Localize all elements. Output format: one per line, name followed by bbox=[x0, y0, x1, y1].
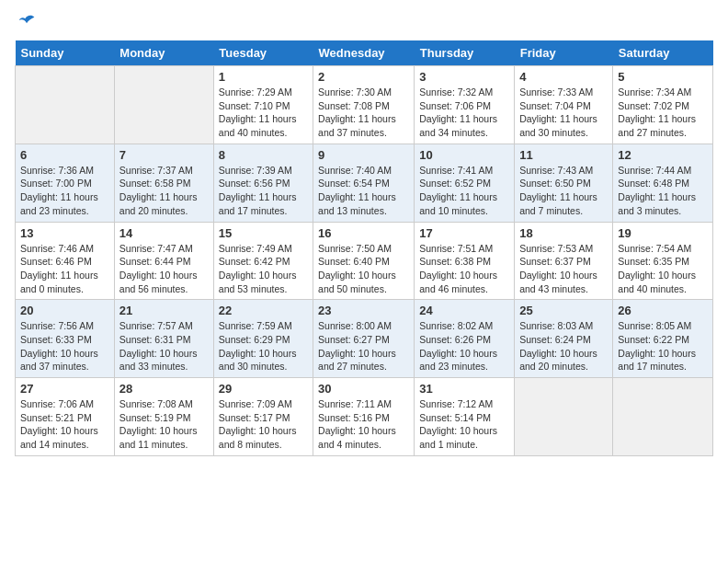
calendar-cell: 29Sunrise: 7:09 AM Sunset: 5:17 PM Dayli… bbox=[213, 378, 313, 456]
day-number: 31 bbox=[419, 382, 509, 396]
calendar-cell: 13Sunrise: 7:46 AM Sunset: 6:46 PM Dayli… bbox=[16, 222, 115, 300]
day-info: Sunrise: 7:37 AM Sunset: 6:58 PM Dayligh… bbox=[119, 165, 198, 216]
day-info: Sunrise: 7:44 AM Sunset: 6:48 PM Dayligh… bbox=[618, 165, 696, 216]
calendar-cell: 22Sunrise: 7:59 AM Sunset: 6:29 PM Dayli… bbox=[213, 300, 313, 378]
day-info: Sunrise: 8:03 AM Sunset: 6:24 PM Dayligh… bbox=[519, 320, 597, 372]
day-header-sunday: Sunday bbox=[16, 40, 115, 66]
day-info: Sunrise: 7:43 AM Sunset: 6:50 PM Dayligh… bbox=[519, 165, 597, 216]
week-row-1: 1Sunrise: 7:29 AM Sunset: 7:10 PM Daylig… bbox=[16, 66, 713, 144]
calendar-cell: 10Sunrise: 7:41 AM Sunset: 6:52 PM Dayli… bbox=[415, 144, 515, 222]
day-number: 15 bbox=[219, 226, 308, 240]
calendar-cell: 12Sunrise: 7:44 AM Sunset: 6:48 PM Dayli… bbox=[613, 144, 713, 222]
calendar-cell: 15Sunrise: 7:49 AM Sunset: 6:42 PM Dayli… bbox=[213, 222, 313, 300]
day-info: Sunrise: 7:57 AM Sunset: 6:31 PM Dayligh… bbox=[119, 320, 198, 372]
calendar-cell: 3Sunrise: 7:32 AM Sunset: 7:06 PM Daylig… bbox=[415, 66, 515, 144]
day-info: Sunrise: 7:30 AM Sunset: 7:08 PM Dayligh… bbox=[318, 86, 396, 138]
day-number: 27 bbox=[20, 382, 109, 396]
day-info: Sunrise: 7:50 AM Sunset: 6:40 PM Dayligh… bbox=[318, 243, 396, 294]
day-number: 22 bbox=[219, 304, 308, 317]
day-number: 21 bbox=[119, 304, 209, 317]
day-header-monday: Monday bbox=[114, 40, 213, 66]
day-number: 6 bbox=[20, 148, 109, 162]
calendar-cell: 24Sunrise: 8:02 AM Sunset: 6:26 PM Dayli… bbox=[415, 300, 515, 378]
day-info: Sunrise: 7:32 AM Sunset: 7:06 PM Dayligh… bbox=[419, 86, 497, 138]
day-number: 14 bbox=[119, 226, 209, 240]
calendar-cell: 16Sunrise: 7:50 AM Sunset: 6:40 PM Dayli… bbox=[313, 222, 415, 300]
calendar-cell: 17Sunrise: 7:51 AM Sunset: 6:38 PM Dayli… bbox=[415, 222, 515, 300]
day-info: Sunrise: 7:49 AM Sunset: 6:42 PM Dayligh… bbox=[219, 243, 297, 294]
day-number: 13 bbox=[20, 226, 109, 240]
day-number: 9 bbox=[318, 148, 409, 162]
calendar-cell: 14Sunrise: 7:47 AM Sunset: 6:44 PM Dayli… bbox=[114, 222, 213, 300]
day-number: 1 bbox=[219, 70, 308, 84]
calendar-cell: 1Sunrise: 7:29 AM Sunset: 7:10 PM Daylig… bbox=[213, 66, 313, 144]
day-info: Sunrise: 7:09 AM Sunset: 5:17 PM Dayligh… bbox=[219, 398, 297, 450]
calendar-cell: 7Sunrise: 7:37 AM Sunset: 6:58 PM Daylig… bbox=[114, 144, 213, 222]
day-number: 30 bbox=[318, 382, 409, 396]
calendar-cell: 5Sunrise: 7:34 AM Sunset: 7:02 PM Daylig… bbox=[613, 66, 713, 144]
day-number: 5 bbox=[618, 70, 708, 84]
day-number: 25 bbox=[519, 304, 608, 317]
day-number: 8 bbox=[219, 148, 308, 162]
calendar-cell: 8Sunrise: 7:39 AM Sunset: 6:56 PM Daylig… bbox=[213, 144, 313, 222]
calendar-cell: 31Sunrise: 7:12 AM Sunset: 5:14 PM Dayli… bbox=[415, 378, 515, 456]
page-header bbox=[15, 15, 713, 29]
calendar-cell: 2Sunrise: 7:30 AM Sunset: 7:08 PM Daylig… bbox=[313, 66, 415, 144]
calendar-cell: 30Sunrise: 7:11 AM Sunset: 5:16 PM Dayli… bbox=[313, 378, 415, 456]
day-header-thursday: Thursday bbox=[415, 40, 515, 66]
day-info: Sunrise: 7:56 AM Sunset: 6:33 PM Dayligh… bbox=[20, 320, 98, 372]
day-header-wednesday: Wednesday bbox=[313, 40, 415, 66]
day-number: 2 bbox=[318, 70, 409, 84]
calendar-cell: 25Sunrise: 8:03 AM Sunset: 6:24 PM Dayli… bbox=[515, 300, 613, 378]
week-row-2: 6Sunrise: 7:36 AM Sunset: 7:00 PM Daylig… bbox=[16, 144, 713, 222]
day-number: 7 bbox=[119, 148, 209, 162]
day-info: Sunrise: 7:33 AM Sunset: 7:04 PM Dayligh… bbox=[519, 86, 597, 138]
day-info: Sunrise: 7:36 AM Sunset: 7:00 PM Dayligh… bbox=[20, 165, 98, 216]
day-info: Sunrise: 7:12 AM Sunset: 5:14 PM Dayligh… bbox=[419, 398, 497, 450]
day-number: 23 bbox=[318, 304, 409, 317]
logo bbox=[15, 15, 36, 29]
day-number: 16 bbox=[318, 226, 409, 240]
day-info: Sunrise: 7:34 AM Sunset: 7:02 PM Dayligh… bbox=[618, 86, 696, 138]
calendar-cell bbox=[16, 66, 115, 144]
calendar-cell bbox=[613, 378, 713, 456]
day-info: Sunrise: 8:05 AM Sunset: 6:22 PM Dayligh… bbox=[618, 320, 696, 372]
calendar-cell: 26Sunrise: 8:05 AM Sunset: 6:22 PM Dayli… bbox=[613, 300, 713, 378]
day-number: 11 bbox=[519, 148, 608, 162]
calendar-cell: 6Sunrise: 7:36 AM Sunset: 7:00 PM Daylig… bbox=[16, 144, 115, 222]
week-row-4: 20Sunrise: 7:56 AM Sunset: 6:33 PM Dayli… bbox=[16, 300, 713, 378]
day-info: Sunrise: 7:54 AM Sunset: 6:35 PM Dayligh… bbox=[618, 243, 696, 294]
day-number: 28 bbox=[119, 382, 209, 396]
calendar-cell: 18Sunrise: 7:53 AM Sunset: 6:37 PM Dayli… bbox=[515, 222, 613, 300]
day-info: Sunrise: 7:08 AM Sunset: 5:19 PM Dayligh… bbox=[119, 398, 198, 450]
day-info: Sunrise: 7:40 AM Sunset: 6:54 PM Dayligh… bbox=[318, 165, 396, 216]
day-number: 19 bbox=[618, 226, 708, 240]
day-number: 24 bbox=[419, 304, 509, 317]
day-number: 17 bbox=[419, 226, 509, 240]
day-info: Sunrise: 7:39 AM Sunset: 6:56 PM Dayligh… bbox=[219, 165, 297, 216]
day-info: Sunrise: 7:47 AM Sunset: 6:44 PM Dayligh… bbox=[119, 243, 198, 294]
calendar-cell: 9Sunrise: 7:40 AM Sunset: 6:54 PM Daylig… bbox=[313, 144, 415, 222]
logo-bird-icon bbox=[17, 11, 36, 29]
calendar-cell: 23Sunrise: 8:00 AM Sunset: 6:27 PM Dayli… bbox=[313, 300, 415, 378]
day-info: Sunrise: 8:02 AM Sunset: 6:26 PM Dayligh… bbox=[419, 320, 497, 372]
calendar-cell: 11Sunrise: 7:43 AM Sunset: 6:50 PM Dayli… bbox=[515, 144, 613, 222]
day-info: Sunrise: 7:29 AM Sunset: 7:10 PM Dayligh… bbox=[219, 86, 297, 138]
day-number: 12 bbox=[618, 148, 708, 162]
week-row-5: 27Sunrise: 7:06 AM Sunset: 5:21 PM Dayli… bbox=[16, 378, 713, 456]
calendar-cell bbox=[114, 66, 213, 144]
day-info: Sunrise: 7:53 AM Sunset: 6:37 PM Dayligh… bbox=[519, 243, 597, 294]
day-info: Sunrise: 7:59 AM Sunset: 6:29 PM Dayligh… bbox=[219, 320, 297, 372]
calendar-cell: 21Sunrise: 7:57 AM Sunset: 6:31 PM Dayli… bbox=[114, 300, 213, 378]
day-info: Sunrise: 8:00 AM Sunset: 6:27 PM Dayligh… bbox=[318, 320, 396, 372]
day-number: 29 bbox=[219, 382, 308, 396]
calendar-table: SundayMondayTuesdayWednesdayThursdayFrid… bbox=[15, 40, 713, 456]
day-header-friday: Friday bbox=[515, 40, 613, 66]
day-info: Sunrise: 7:06 AM Sunset: 5:21 PM Dayligh… bbox=[20, 398, 98, 450]
day-number: 4 bbox=[519, 70, 608, 84]
day-header-tuesday: Tuesday bbox=[213, 40, 313, 66]
day-number: 18 bbox=[519, 226, 608, 240]
day-number: 10 bbox=[419, 148, 509, 162]
calendar-cell: 19Sunrise: 7:54 AM Sunset: 6:35 PM Dayli… bbox=[613, 222, 713, 300]
day-info: Sunrise: 7:41 AM Sunset: 6:52 PM Dayligh… bbox=[419, 165, 497, 216]
